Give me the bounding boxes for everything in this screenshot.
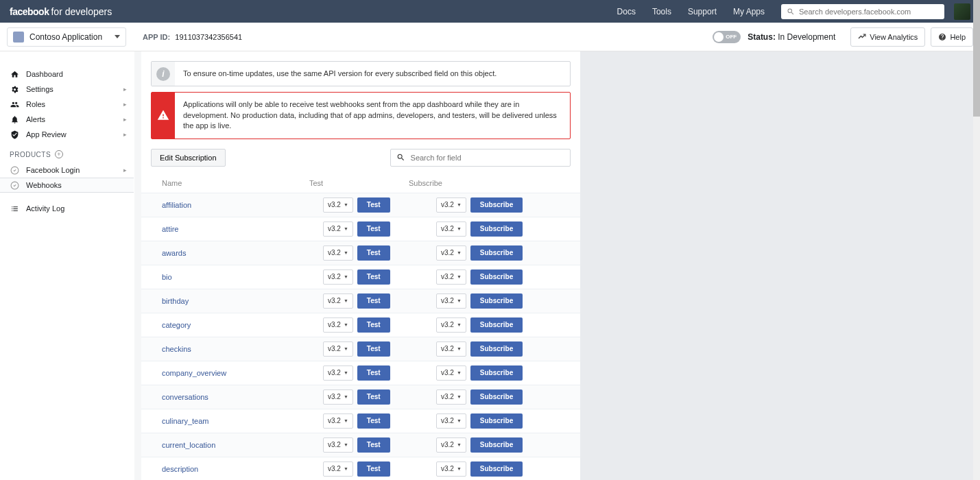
field-name-link[interactable]: description (162, 465, 309, 473)
sidebar-item-alerts[interactable]: Alerts▸ (0, 112, 134, 127)
subscribe-version-select[interactable]: v3.2▼ (436, 413, 466, 429)
test-version-select[interactable]: v3.2▼ (323, 293, 353, 309)
test-version-select[interactable]: v3.2▼ (323, 197, 353, 213)
nav-docs[interactable]: Docs (617, 7, 636, 16)
nav-support[interactable]: Support (688, 7, 717, 16)
test-version-select[interactable]: v3.2▼ (323, 413, 353, 429)
test-button[interactable]: Test (357, 389, 390, 405)
app-selector[interactable]: Contoso Application (7, 27, 126, 47)
field-name-link[interactable]: awards (162, 249, 309, 257)
test-version-select[interactable]: v3.2▼ (323, 461, 353, 477)
subscribe-button[interactable]: Subscribe (470, 437, 523, 453)
field-name-link[interactable]: current_location (162, 441, 309, 449)
subscribe-version-select[interactable]: v3.2▼ (436, 365, 466, 381)
subscribe-version-select[interactable]: v3.2▼ (436, 437, 466, 453)
sidebar-item-dashboard[interactable]: Dashboard (0, 67, 134, 82)
field-search[interactable] (390, 149, 571, 167)
test-button[interactable]: Test (357, 293, 390, 309)
field-name-link[interactable]: conversations (162, 393, 309, 401)
subscribe-button[interactable]: Subscribe (470, 461, 523, 477)
subscribe-button[interactable]: Subscribe (470, 269, 523, 285)
help-button[interactable]: Help (931, 27, 973, 47)
toolbar: Edit Subscription (141, 145, 580, 173)
test-button[interactable]: Test (357, 221, 390, 237)
global-search[interactable] (781, 4, 944, 19)
caret-down-icon: ▼ (457, 274, 462, 279)
sidebar-product-webhooks[interactable]: Webhooks (0, 178, 134, 193)
global-search-input[interactable] (799, 8, 939, 16)
test-button[interactable]: Test (357, 197, 390, 213)
sidebar-activity-log[interactable]: Activity Log (0, 201, 134, 216)
sidebar-item-app-review[interactable]: App Review▸ (0, 127, 134, 142)
test-version-select[interactable]: v3.2▼ (323, 221, 353, 237)
test-version-select[interactable]: v3.2▼ (323, 437, 353, 453)
field-name-link[interactable]: culinary_team (162, 417, 309, 425)
field-name-link[interactable]: checkins (162, 345, 309, 353)
scrollbar[interactable] (973, 0, 980, 480)
bell-icon (10, 115, 19, 124)
sidebar-item-settings[interactable]: Settings▸ (0, 82, 134, 97)
app-icon (13, 32, 24, 43)
test-version-select[interactable]: v3.2▼ (323, 341, 353, 357)
subscribe-button[interactable]: Subscribe (470, 317, 523, 333)
subscribe-button[interactable]: Subscribe (470, 197, 523, 213)
subscribe-button[interactable]: Subscribe (470, 413, 523, 429)
brand[interactable]: facebook for developers (10, 6, 112, 17)
subscribe-version-select[interactable]: v3.2▼ (436, 341, 466, 357)
field-search-input[interactable] (411, 154, 564, 162)
field-name-link[interactable]: company_overview (162, 369, 309, 377)
subscribe-version-select[interactable]: v3.2▼ (436, 461, 466, 477)
avatar[interactable] (954, 3, 970, 20)
info-badge: i (152, 62, 175, 86)
subscribe-version-select[interactable]: v3.2▼ (436, 389, 466, 405)
subscribe-button[interactable]: Subscribe (470, 341, 523, 357)
list-icon (10, 204, 19, 213)
subheader: Contoso Application APP ID: 191103734235… (0, 23, 980, 51)
test-button[interactable]: Test (357, 437, 390, 453)
test-button[interactable]: Test (357, 269, 390, 285)
view-analytics-button[interactable]: View Analytics (850, 27, 925, 47)
sidebar-product-facebook-login[interactable]: Facebook Login▸ (0, 163, 134, 178)
test-version-select[interactable]: v3.2▼ (323, 389, 353, 405)
caret-down-icon: ▼ (457, 298, 462, 303)
edit-subscription-button[interactable]: Edit Subscription (151, 149, 226, 167)
test-button[interactable]: Test (357, 413, 390, 429)
subscribe-button[interactable]: Subscribe (470, 245, 523, 261)
field-name-link[interactable]: bio (162, 273, 309, 281)
test-button[interactable]: Test (357, 461, 390, 477)
subscribe-button[interactable]: Subscribe (470, 365, 523, 381)
sidebar-item-roles[interactable]: Roles▸ (0, 97, 134, 112)
scrollbar-thumb[interactable] (973, 0, 980, 117)
nav-myapps[interactable]: My Apps (733, 7, 765, 16)
live-toggle[interactable]: OFF (713, 31, 741, 43)
test-button[interactable]: Test (357, 245, 390, 261)
subscribe-version-select[interactable]: v3.2▼ (436, 317, 466, 333)
gear-icon (10, 84, 19, 94)
subscribe-button[interactable]: Subscribe (470, 293, 523, 309)
subscribe-version-select[interactable]: v3.2▼ (436, 197, 466, 213)
subscribe-button[interactable]: Subscribe (470, 389, 523, 405)
app-id-label: APP ID: (143, 33, 170, 41)
test-version-select[interactable]: v3.2▼ (323, 269, 353, 285)
subscribe-version-select[interactable]: v3.2▼ (436, 221, 466, 237)
toggle-label: OFF (726, 34, 737, 40)
subscribe-version-select[interactable]: v3.2▼ (436, 293, 466, 309)
field-name-link[interactable]: attire (162, 225, 309, 233)
subscribe-version-select[interactable]: v3.2▼ (436, 269, 466, 285)
test-button[interactable]: Test (357, 365, 390, 381)
test-version-select[interactable]: v3.2▼ (323, 365, 353, 381)
status-value: In Development (778, 32, 835, 42)
add-product-button[interactable]: + (55, 150, 63, 158)
test-version-select[interactable]: v3.2▼ (323, 245, 353, 261)
field-name-link[interactable]: birthday (162, 297, 309, 305)
test-button[interactable]: Test (357, 341, 390, 357)
caret-down-icon: ▼ (344, 346, 348, 351)
subscribe-version-select[interactable]: v3.2▼ (436, 245, 466, 261)
test-version-select[interactable]: v3.2▼ (323, 317, 353, 333)
nav-tools[interactable]: Tools (652, 7, 671, 16)
subscribe-button[interactable]: Subscribe (470, 221, 523, 237)
field-name-link[interactable]: category (162, 321, 309, 329)
test-button[interactable]: Test (357, 317, 390, 333)
app-id: APP ID: 1911037342356541 (143, 33, 242, 41)
field-name-link[interactable]: affiliation (162, 201, 309, 209)
